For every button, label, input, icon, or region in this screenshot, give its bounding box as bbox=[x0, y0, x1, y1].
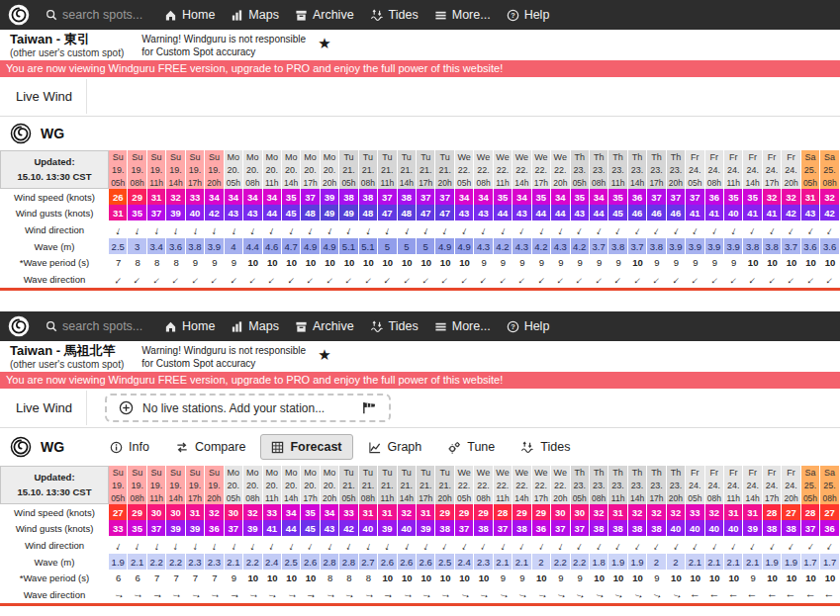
nav-item-home[interactable]: Home bbox=[164, 8, 215, 22]
nav-item-more[interactable]: More... bbox=[434, 319, 491, 333]
tab-graph[interactable]: Graph bbox=[357, 434, 433, 460]
wave-period-cell: 9 bbox=[494, 570, 513, 585]
wave-direction-arrow-icon: ↓ bbox=[382, 592, 394, 599]
date-header-cell: 22. bbox=[474, 479, 493, 491]
wind-speed-cell: 32 bbox=[705, 504, 724, 520]
hour-header-cell: 11h bbox=[724, 176, 743, 189]
wind-gusts-cell: 40 bbox=[705, 520, 724, 536]
wind-speed-cell: 29 bbox=[128, 189, 146, 205]
wind-dir-cell: ↓ bbox=[243, 220, 262, 238]
wind-dir-cell: ↓ bbox=[455, 220, 474, 238]
forecast-table-wrap: Updated:15.10. 13:30 CSTSuSuSuSuSuSuMoMo… bbox=[0, 466, 840, 606]
wind-speed-cell: 30 bbox=[147, 504, 166, 520]
nav-item-tides[interactable]: Tides bbox=[370, 8, 419, 22]
tab-tune[interactable]: Tune bbox=[436, 434, 506, 460]
wind-gusts-cell: 36 bbox=[532, 520, 551, 536]
nav-item-help[interactable]: ?Help bbox=[507, 8, 550, 22]
nav-item-more[interactable]: More... bbox=[434, 8, 491, 22]
wind-gusts-cell: 37 bbox=[801, 520, 820, 536]
favorite-star-icon[interactable]: ★ bbox=[318, 344, 330, 362]
wg-logo-icon[interactable] bbox=[10, 436, 32, 458]
wave-height-cell: 4 bbox=[225, 238, 243, 254]
wind-direction-arrow-icon: ↓ bbox=[710, 224, 719, 236]
wave-period-cell: 10 bbox=[686, 570, 704, 585]
hour-header-cell: 08h bbox=[705, 491, 724, 504]
wave-period-cell: 9 bbox=[647, 570, 666, 585]
date-header-cell: 20. bbox=[243, 163, 262, 176]
live-wind-tab[interactable]: Live Wind bbox=[2, 391, 87, 425]
live-wind-tab[interactable]: Live Wind bbox=[2, 79, 87, 114]
wave-dir-cell: ↓ bbox=[147, 270, 166, 291]
wind-gusts-cell: 42 bbox=[820, 205, 840, 220]
wave-period-cell: 6 bbox=[109, 570, 128, 585]
tab-info[interactable]: Info bbox=[99, 434, 160, 460]
wind-speed-cell: 33 bbox=[686, 504, 704, 520]
date-header-cell: 19. bbox=[166, 163, 185, 176]
day-header-cell: We bbox=[455, 466, 474, 479]
day-header-cell: Sa bbox=[801, 150, 820, 163]
date-header-cell: 22. bbox=[513, 479, 531, 491]
wave-period-cell: 7 bbox=[109, 254, 128, 270]
day-header-cell: Fr bbox=[724, 466, 743, 479]
wave-direction-arrow-icon: ↓ bbox=[747, 275, 759, 287]
wind-speed-cell: 35 bbox=[571, 189, 590, 205]
wind-gusts-cell: 37 bbox=[147, 205, 166, 220]
tab-tides[interactable]: Tides bbox=[510, 434, 581, 460]
day-header-cell: Tu bbox=[359, 150, 378, 163]
date-header-cell: 20. bbox=[225, 163, 243, 176]
wave-height-cell: 2.4 bbox=[455, 554, 474, 570]
wind-speed-cell: 35 bbox=[743, 189, 762, 205]
row-label: Wind direction bbox=[0, 536, 109, 554]
wind-speed-cell: 32 bbox=[763, 189, 782, 205]
tab-forecast[interactable]: Forecast bbox=[260, 434, 352, 460]
wind-direction-arrow-icon: ↓ bbox=[364, 224, 373, 236]
day-header-cell: Sa bbox=[801, 466, 820, 479]
wave-dir-cell: ↓ bbox=[532, 270, 551, 291]
date-header-cell: 24. bbox=[743, 163, 762, 176]
wave-dir-cell: ↓ bbox=[551, 270, 570, 291]
date-header-cell: 24. bbox=[705, 163, 724, 176]
nav-item-archive[interactable]: Archive bbox=[295, 319, 354, 333]
wave-period-cell: 10 bbox=[398, 254, 417, 270]
wind-dir-cell: ↓ bbox=[801, 536, 820, 554]
windguru-logo-icon[interactable] bbox=[8, 4, 30, 26]
day-header-cell: Th bbox=[667, 150, 686, 163]
nav-item-maps[interactable]: Maps bbox=[231, 8, 279, 22]
add-station-box[interactable]: No live stations. Add your station... bbox=[105, 394, 391, 422]
warning-line: Warning! Windguru is not responsible bbox=[141, 34, 306, 46]
wind-dir-cell: ↓ bbox=[801, 220, 820, 238]
spot-search[interactable]: search spots... bbox=[46, 8, 148, 22]
hour-header-cell: 11h bbox=[494, 491, 513, 504]
wind-speed-cell: 32 bbox=[243, 504, 262, 520]
free-version-banner: You are now viewing Windguru FREE versio… bbox=[0, 60, 840, 77]
nav-item-tides[interactable]: Tides bbox=[370, 319, 419, 333]
hour-header-cell: 08h bbox=[243, 491, 262, 504]
wave-direction-arrow-icon: ↓ bbox=[266, 275, 278, 287]
wind-direction-arrow-icon: ↓ bbox=[134, 224, 141, 236]
date-header-cell: 21. bbox=[339, 163, 358, 176]
date-header-cell: 23. bbox=[647, 479, 666, 491]
nav-item-help[interactable]: ?Help bbox=[507, 319, 550, 333]
nav-item-home[interactable]: Home bbox=[164, 319, 215, 333]
nav-item-maps[interactable]: Maps bbox=[231, 319, 279, 333]
wind-direction-arrow-icon: ↓ bbox=[691, 540, 700, 552]
wind-direction-arrow-icon: ↓ bbox=[575, 540, 585, 552]
wave-dir-cell: ↓ bbox=[205, 270, 224, 291]
date-header-cell: 23. bbox=[590, 479, 608, 491]
tab-compare[interactable]: Compare bbox=[164, 434, 256, 460]
day-header-cell: Th bbox=[628, 150, 647, 163]
wave-direction-arrow-icon: ↓ bbox=[305, 275, 317, 287]
windguru-logo-icon[interactable] bbox=[8, 315, 30, 337]
wind-dir-cell: ↓ bbox=[667, 220, 686, 238]
spot-search[interactable]: search spots... bbox=[46, 319, 148, 333]
wave-height-cell: 2.1 bbox=[686, 554, 704, 570]
wave-dir-cell: ↓ bbox=[205, 585, 224, 606]
favorite-star-icon[interactable]: ★ bbox=[318, 33, 330, 50]
wg-logo-icon[interactable] bbox=[10, 123, 32, 144]
date-header-cell: 25. bbox=[801, 479, 820, 491]
wind-speed-cell: 37 bbox=[686, 189, 704, 205]
wave-dir-cell: ↓ bbox=[782, 270, 800, 291]
tab-label: Compare bbox=[195, 440, 245, 454]
wave-period-cell: 10 bbox=[763, 570, 782, 585]
nav-item-archive[interactable]: Archive bbox=[295, 8, 354, 22]
